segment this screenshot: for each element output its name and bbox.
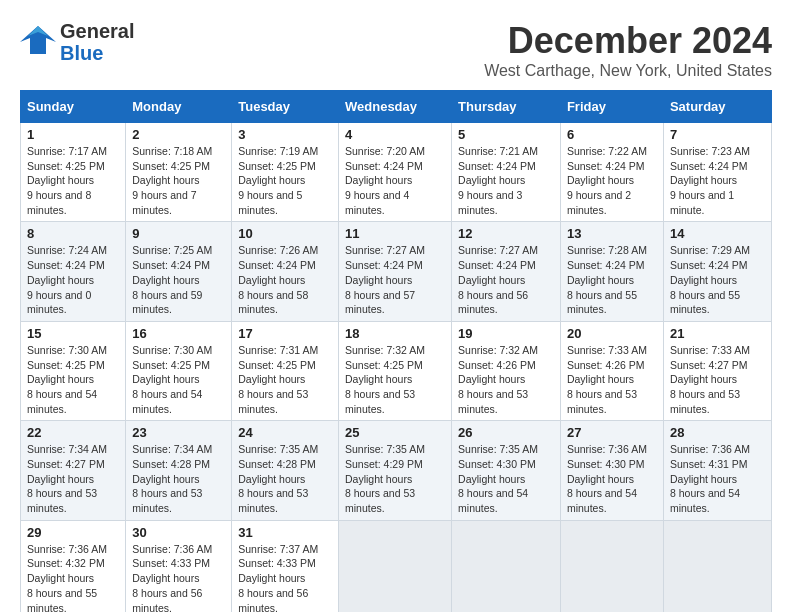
day-number: 1 [27,127,119,142]
day-number: 13 [567,226,657,241]
day-number: 9 [132,226,225,241]
table-row: 8 Sunrise: 7:24 AM Sunset: 4:24 PM Dayli… [21,222,126,321]
day-info: Sunrise: 7:32 AM Sunset: 4:26 PM Dayligh… [458,343,554,416]
table-row [560,520,663,612]
table-row: 5 Sunrise: 7:21 AM Sunset: 4:24 PM Dayli… [452,123,561,222]
table-row: 28 Sunrise: 7:36 AM Sunset: 4:31 PM Dayl… [663,421,771,520]
day-info: Sunrise: 7:34 AM Sunset: 4:27 PM Dayligh… [27,442,119,515]
table-row: 18 Sunrise: 7:32 AM Sunset: 4:25 PM Dayl… [339,321,452,420]
day-info: Sunrise: 7:26 AM Sunset: 4:24 PM Dayligh… [238,243,332,316]
calendar-week-row: 15 Sunrise: 7:30 AM Sunset: 4:25 PM Dayl… [21,321,772,420]
table-row: 24 Sunrise: 7:35 AM Sunset: 4:28 PM Dayl… [232,421,339,520]
day-number: 27 [567,425,657,440]
day-number: 22 [27,425,119,440]
table-row: 1 Sunrise: 7:17 AM Sunset: 4:25 PM Dayli… [21,123,126,222]
day-info: Sunrise: 7:19 AM Sunset: 4:25 PM Dayligh… [238,144,332,217]
day-number: 28 [670,425,765,440]
day-number: 31 [238,525,332,540]
day-info: Sunrise: 7:29 AM Sunset: 4:24 PM Dayligh… [670,243,765,316]
table-row: 25 Sunrise: 7:35 AM Sunset: 4:29 PM Dayl… [339,421,452,520]
day-info: Sunrise: 7:35 AM Sunset: 4:30 PM Dayligh… [458,442,554,515]
day-number: 24 [238,425,332,440]
day-info: Sunrise: 7:28 AM Sunset: 4:24 PM Dayligh… [567,243,657,316]
header-monday: Monday [126,91,232,123]
day-number: 26 [458,425,554,440]
calendar-week-row: 8 Sunrise: 7:24 AM Sunset: 4:24 PM Dayli… [21,222,772,321]
day-number: 15 [27,326,119,341]
day-info: Sunrise: 7:31 AM Sunset: 4:25 PM Dayligh… [238,343,332,416]
day-number: 7 [670,127,765,142]
header-saturday: Saturday [663,91,771,123]
table-row: 29 Sunrise: 7:36 AM Sunset: 4:32 PM Dayl… [21,520,126,612]
day-number: 12 [458,226,554,241]
header-wednesday: Wednesday [339,91,452,123]
day-number: 16 [132,326,225,341]
table-row: 7 Sunrise: 7:23 AM Sunset: 4:24 PM Dayli… [663,123,771,222]
table-row: 17 Sunrise: 7:31 AM Sunset: 4:25 PM Dayl… [232,321,339,420]
table-row: 22 Sunrise: 7:34 AM Sunset: 4:27 PM Dayl… [21,421,126,520]
day-number: 25 [345,425,445,440]
header-friday: Friday [560,91,663,123]
day-info: Sunrise: 7:32 AM Sunset: 4:25 PM Dayligh… [345,343,445,416]
day-number: 11 [345,226,445,241]
calendar-table: Sunday Monday Tuesday Wednesday Thursday… [20,90,772,612]
table-row: 16 Sunrise: 7:30 AM Sunset: 4:25 PM Dayl… [126,321,232,420]
day-number: 3 [238,127,332,142]
day-info: Sunrise: 7:27 AM Sunset: 4:24 PM Dayligh… [458,243,554,316]
day-info: Sunrise: 7:36 AM Sunset: 4:30 PM Dayligh… [567,442,657,515]
table-row: 31 Sunrise: 7:37 AM Sunset: 4:33 PM Dayl… [232,520,339,612]
calendar-subtitle: West Carthage, New York, United States [484,62,772,80]
table-row: 11 Sunrise: 7:27 AM Sunset: 4:24 PM Dayl… [339,222,452,321]
header-thursday: Thursday [452,91,561,123]
day-number: 17 [238,326,332,341]
day-info: Sunrise: 7:22 AM Sunset: 4:24 PM Dayligh… [567,144,657,217]
logo-icon [20,22,56,62]
table-row: 12 Sunrise: 7:27 AM Sunset: 4:24 PM Dayl… [452,222,561,321]
day-number: 19 [458,326,554,341]
table-row: 27 Sunrise: 7:36 AM Sunset: 4:30 PM Dayl… [560,421,663,520]
day-number: 20 [567,326,657,341]
calendar-header-row: Sunday Monday Tuesday Wednesday Thursday… [21,91,772,123]
table-row: 9 Sunrise: 7:25 AM Sunset: 4:24 PM Dayli… [126,222,232,321]
page-header: General Blue December 2024 West Carthage… [20,20,772,80]
day-info: Sunrise: 7:33 AM Sunset: 4:27 PM Dayligh… [670,343,765,416]
day-number: 14 [670,226,765,241]
day-number: 4 [345,127,445,142]
day-info: Sunrise: 7:33 AM Sunset: 4:26 PM Dayligh… [567,343,657,416]
table-row: 4 Sunrise: 7:20 AM Sunset: 4:24 PM Dayli… [339,123,452,222]
day-info: Sunrise: 7:18 AM Sunset: 4:25 PM Dayligh… [132,144,225,217]
day-info: Sunrise: 7:17 AM Sunset: 4:25 PM Dayligh… [27,144,119,217]
day-number: 21 [670,326,765,341]
table-row: 6 Sunrise: 7:22 AM Sunset: 4:24 PM Dayli… [560,123,663,222]
day-number: 30 [132,525,225,540]
table-row: 21 Sunrise: 7:33 AM Sunset: 4:27 PM Dayl… [663,321,771,420]
logo: General Blue [20,20,134,64]
table-row: 20 Sunrise: 7:33 AM Sunset: 4:26 PM Dayl… [560,321,663,420]
table-row: 2 Sunrise: 7:18 AM Sunset: 4:25 PM Dayli… [126,123,232,222]
day-number: 8 [27,226,119,241]
day-number: 23 [132,425,225,440]
day-info: Sunrise: 7:30 AM Sunset: 4:25 PM Dayligh… [27,343,119,416]
calendar-week-row: 29 Sunrise: 7:36 AM Sunset: 4:32 PM Dayl… [21,520,772,612]
table-row: 30 Sunrise: 7:36 AM Sunset: 4:33 PM Dayl… [126,520,232,612]
logo-text: General Blue [60,20,134,64]
table-row: 23 Sunrise: 7:34 AM Sunset: 4:28 PM Dayl… [126,421,232,520]
calendar-week-row: 1 Sunrise: 7:17 AM Sunset: 4:25 PM Dayli… [21,123,772,222]
table-row: 10 Sunrise: 7:26 AM Sunset: 4:24 PM Dayl… [232,222,339,321]
day-number: 2 [132,127,225,142]
day-info: Sunrise: 7:30 AM Sunset: 4:25 PM Dayligh… [132,343,225,416]
day-info: Sunrise: 7:25 AM Sunset: 4:24 PM Dayligh… [132,243,225,316]
day-number: 10 [238,226,332,241]
day-info: Sunrise: 7:36 AM Sunset: 4:31 PM Dayligh… [670,442,765,515]
day-info: Sunrise: 7:20 AM Sunset: 4:24 PM Dayligh… [345,144,445,217]
calendar-week-row: 22 Sunrise: 7:34 AM Sunset: 4:27 PM Dayl… [21,421,772,520]
day-info: Sunrise: 7:35 AM Sunset: 4:29 PM Dayligh… [345,442,445,515]
day-number: 29 [27,525,119,540]
day-info: Sunrise: 7:27 AM Sunset: 4:24 PM Dayligh… [345,243,445,316]
day-info: Sunrise: 7:36 AM Sunset: 4:33 PM Dayligh… [132,542,225,612]
day-info: Sunrise: 7:36 AM Sunset: 4:32 PM Dayligh… [27,542,119,612]
table-row: 13 Sunrise: 7:28 AM Sunset: 4:24 PM Dayl… [560,222,663,321]
table-row [452,520,561,612]
day-info: Sunrise: 7:37 AM Sunset: 4:33 PM Dayligh… [238,542,332,612]
header-tuesday: Tuesday [232,91,339,123]
